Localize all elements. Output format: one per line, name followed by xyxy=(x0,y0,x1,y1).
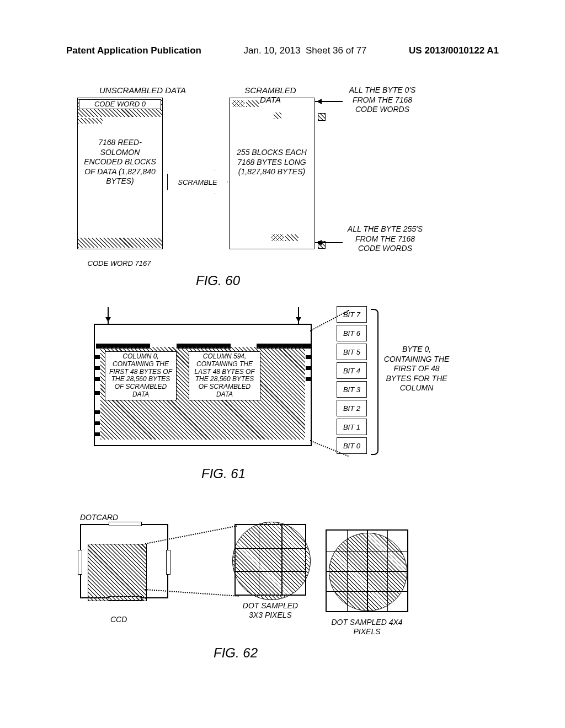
bit-box: BIT 2 xyxy=(337,400,367,416)
fig62-caption: FIG. 62 xyxy=(214,645,258,661)
clock-icon xyxy=(94,410,100,414)
dot-circle-icon xyxy=(329,533,407,611)
note-top: ALL THE BYTE 0'S FROM THE 7168 CODE WORD… xyxy=(347,85,418,115)
figure-62: DOTCARD CCD DOT SAMPLED 3X3 PIXELS DOT S… xyxy=(80,513,494,673)
square-icon xyxy=(318,113,326,121)
dotcard-rect xyxy=(88,544,146,601)
bit-box: BIT 0 xyxy=(337,437,367,454)
clock-icon xyxy=(306,377,311,381)
ccd-notch-icon xyxy=(166,550,170,575)
bit-box: BIT 3 xyxy=(337,381,367,398)
unscrambled-box: CODE WORD 0 7168 REED-SOLOMON ENCODED BL… xyxy=(77,98,163,249)
header-pubno: US 2013/0010122 A1 xyxy=(409,45,499,56)
column-0-label: COLUMN 0, CONTAINING THE FIRST 48 BYTES … xyxy=(105,351,177,400)
bit-box: BIT 4 xyxy=(337,362,367,379)
bit-box: BIT 1 xyxy=(337,419,367,435)
ccd-notch-icon xyxy=(78,550,82,575)
scramble-arrow-icon: SCRAMBLE xyxy=(167,170,228,194)
bit-box: BIT 6 xyxy=(337,325,367,341)
clock-icon xyxy=(94,377,100,381)
arrow-down-icon xyxy=(108,307,109,324)
dot4-label: DOT SAMPLED 4X4 PIXELS xyxy=(331,618,403,636)
code-word-7167: CODE WORD 7167 xyxy=(86,260,152,267)
arrow-down-icon xyxy=(298,307,299,324)
fig61-caption: FIG. 61 xyxy=(201,466,246,481)
dot-circle-icon xyxy=(232,522,311,600)
clock-icon xyxy=(306,366,311,370)
bit-box: BIT 5 xyxy=(337,344,367,360)
page-header: Patent Application Publication Jan. 10, … xyxy=(0,45,565,56)
hatch-icon xyxy=(246,100,259,107)
hatch-icon xyxy=(285,234,299,241)
data-block: COLUMN 0, CONTAINING THE FIRST 48 BYTES … xyxy=(94,324,312,446)
label-unscrambled: UNSCRAMBLED DATA xyxy=(99,85,186,95)
dotcard-label: DOTCARD xyxy=(80,513,118,522)
clock-icon xyxy=(94,355,100,359)
crosshatch-icon xyxy=(232,100,245,107)
clock-icon xyxy=(94,432,100,436)
hatch-icon xyxy=(274,113,281,119)
arrow-left-icon xyxy=(315,101,343,102)
border-icon xyxy=(88,544,147,601)
fig60-caption: FIG. 60 xyxy=(196,273,240,288)
hatch-icon xyxy=(78,118,103,124)
clock-icon xyxy=(94,391,100,395)
clock-icon xyxy=(94,366,100,370)
clock-icon xyxy=(306,355,311,359)
right-box-text: 255 BLOCKS EACH 7168 BYTES LONG (1,827,8… xyxy=(235,148,308,177)
arrow-left-icon xyxy=(315,242,343,243)
figure-60: UNSCRAMBLED DATA SCRAMBLED DATA CODE WOR… xyxy=(77,85,491,295)
ccd-frame xyxy=(80,524,168,598)
hatch-icon xyxy=(78,109,162,117)
dot3-label: DOT SAMPLED 3X3 PIXELS xyxy=(237,601,303,620)
byte-0-label: BYTE 0, CONTAINING THE FIRST OF 48 BYTES… xyxy=(383,345,450,393)
left-box-text: 7168 REED-SOLOMON ENCODED BLOCKS OF DATA… xyxy=(81,138,159,186)
hatch-icon xyxy=(78,238,162,248)
code-word-0: CODE WORD 0 xyxy=(79,99,161,109)
clock-icon xyxy=(94,421,100,425)
note-bottom: ALL THE BYTE 255'S FROM THE 7168 CODE WO… xyxy=(347,224,424,254)
bit-stack: BIT 7 BIT 6 BIT 5 BIT 4 BIT 3 BIT 2 BIT … xyxy=(337,306,367,456)
scrambled-box: 255 BLOCKS EACH 7168 BYTES LONG (1,827,8… xyxy=(229,98,315,249)
header-date: Jan. 10, 2013 Sheet 36 of 77 xyxy=(243,45,366,56)
ccd-notch-icon xyxy=(109,522,142,526)
ccd-label: CCD xyxy=(110,615,127,624)
header-left: Patent Application Publication xyxy=(66,45,201,56)
grid-4x4 xyxy=(326,529,408,612)
crosshatch-icon xyxy=(271,234,284,241)
brace-icon xyxy=(371,309,379,455)
grid-3x3 xyxy=(234,524,306,596)
column-594-label: COLUMN 594, CONTAINING THE LAST 48 BYTES… xyxy=(189,351,260,400)
bit-box: BIT 7 xyxy=(337,306,367,323)
figure-61: COLUMN 0, CONTAINING THE FIRST 48 BYTES … xyxy=(94,306,508,494)
